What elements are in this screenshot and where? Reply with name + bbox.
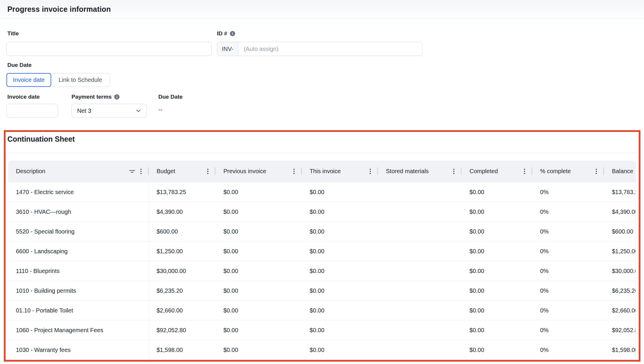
table-row: 1470 - Electric service$13,783.25$0.00$0… — [8, 182, 636, 202]
title-input[interactable] — [6, 42, 212, 56]
column-menu-kebab-icon[interactable] — [290, 167, 298, 176]
cell-percent-complete — [532, 360, 604, 364]
cell-completed: $0.00 — [462, 301, 532, 320]
cell-completed: $0.00 — [462, 182, 532, 202]
cell-this-invoice: $0.00 — [302, 241, 378, 261]
cell-balance: $30,000.00 — [604, 261, 636, 281]
cell-budget: $30,000.00 — [149, 261, 216, 281]
cell-percent-complete: 0% — [532, 241, 604, 261]
column-header-complete[interactable]: % complete — [532, 161, 604, 182]
cell-previous-invoice: $0.00 — [216, 202, 302, 221]
due-date-section-label: Due Date — [7, 62, 31, 68]
page-title: Progress invoice information — [7, 5, 111, 14]
payment-terms-select[interactable]: Net 3 — [72, 104, 147, 118]
cell-percent-complete: 0% — [532, 261, 604, 281]
table-right-edge — [635, 161, 636, 364]
cell-budget: $92,052.80 — [149, 320, 216, 340]
cell-completed: $0.00 — [462, 241, 532, 261]
cell-previous-invoice: $0.00 — [216, 182, 302, 202]
cell-description: 3610 - HVAC—rough — [8, 202, 149, 221]
cell-percent-complete: 0% — [532, 320, 604, 340]
column-header-label: Stored materials — [386, 168, 429, 175]
cell-budget: $13,783.25 — [149, 182, 216, 202]
column-menu-kebab-icon[interactable] — [592, 167, 601, 176]
cell-budget — [149, 360, 216, 364]
cell-this-invoice: $0.00 — [302, 202, 378, 221]
table-row — [8, 360, 636, 364]
column-header-completed[interactable]: Completed — [462, 161, 532, 182]
cell-stored-materials — [378, 222, 462, 241]
cell-balance: $4,390.00 — [604, 202, 636, 221]
cell-previous-invoice: $0.00 — [216, 320, 302, 340]
invoice-date-label: Invoice date — [7, 94, 40, 100]
cell-stored-materials — [378, 261, 462, 281]
table-row: 1110 - Blueprints$30,000.00$0.00$0.00$0.… — [8, 261, 636, 281]
id-label: ID # i — [217, 30, 235, 37]
column-menu-kebab-icon[interactable] — [137, 167, 145, 176]
column-menu-kebab-icon[interactable] — [449, 167, 458, 176]
cell-description: 6600 - Landscaping — [8, 241, 149, 261]
cell-budget: $2,660.00 — [149, 301, 216, 320]
column-header-label: This invoice — [310, 168, 341, 175]
cell-budget: $1,250.00 — [149, 241, 216, 261]
cell-percent-complete: 0% — [532, 222, 604, 241]
column-header-stored-materials[interactable]: Stored materials — [378, 161, 462, 182]
cell-stored-materials — [378, 320, 462, 340]
column-header-label: Previous invoice — [223, 168, 266, 175]
invoice-date-input[interactable] — [6, 104, 58, 118]
cell-stored-materials — [378, 281, 462, 300]
column-header-label: Balance — [612, 168, 633, 175]
table-body: 1470 - Electric service$13,783.25$0.00$0… — [8, 182, 636, 364]
column-header-balance[interactable]: Balance — [604, 161, 636, 182]
page-header: Progress invoice information — [0, 0, 644, 19]
cell-this-invoice: $0.00 — [302, 301, 378, 320]
filter-icon[interactable] — [128, 167, 137, 176]
column-header-description[interactable]: Description — [8, 161, 149, 182]
cell-percent-complete: 0% — [532, 340, 604, 360]
toggle-invoice-date[interactable]: Invoice date — [6, 73, 51, 87]
cell-previous-invoice: $0.00 — [216, 281, 302, 300]
column-menu-kebab-icon[interactable] — [203, 167, 212, 176]
id-prefix: INV- — [217, 42, 238, 56]
section-divider — [6, 153, 639, 153]
continuation-sheet-heading: Continuation Sheet — [7, 135, 75, 143]
cell-stored-materials — [378, 241, 462, 261]
id-label-text: ID # — [217, 30, 227, 37]
column-header-this-invoice[interactable]: This invoice — [302, 161, 378, 182]
column-menu-kebab-icon[interactable] — [520, 167, 529, 176]
cell-budget: $1,598.00 — [149, 340, 216, 360]
title-label-text: Title — [7, 30, 19, 37]
due-date-field-label: Due Date — [158, 94, 182, 100]
cell-completed: $0.00 — [462, 320, 532, 340]
cell-stored-materials — [378, 340, 462, 360]
invoice-date-label-text: Invoice date — [7, 94, 40, 100]
info-icon[interactable]: i — [114, 94, 119, 100]
cell-balance: $6,235.20 — [604, 281, 636, 300]
cell-description: 1010 - Building permits — [8, 281, 149, 300]
info-icon[interactable]: i — [230, 31, 235, 36]
payment-terms-label-text: Payment terms — [72, 94, 112, 100]
cell-stored-materials — [378, 301, 462, 320]
cell-completed — [462, 360, 532, 364]
table-row: 1030 - Warranty fees$1,598.00$0.00$0.00$… — [8, 340, 636, 360]
column-header-previous-invoice[interactable]: Previous invoice — [216, 161, 302, 182]
column-header-label: Budget — [157, 168, 175, 175]
cell-description: 1060 - Project Management Fees — [8, 320, 149, 340]
cell-description: 1470 - Electric service — [8, 182, 149, 202]
toggle-link-to-schedule[interactable]: Link to Schedule — [51, 73, 110, 87]
cell-percent-complete: 0% — [532, 182, 604, 202]
table-header-row: DescriptionBudgetPrevious invoiceThis in… — [8, 161, 636, 182]
column-header-budget[interactable]: Budget — [149, 161, 216, 182]
id-input[interactable] — [238, 42, 422, 56]
cell-this-invoice — [302, 360, 378, 364]
id-input-group: INV- — [217, 42, 422, 56]
payment-terms-value: Net 3 — [77, 107, 135, 114]
cell-balance: $92,052.80 — [604, 320, 636, 340]
cell-budget: $4,390.00 — [149, 202, 216, 221]
column-header-label: Completed — [469, 168, 498, 175]
column-menu-kebab-icon[interactable] — [366, 167, 375, 176]
cell-percent-complete: 0% — [532, 301, 604, 320]
cell-description: 1030 - Warranty fees — [8, 340, 149, 360]
due-date-value: -- — [158, 106, 162, 113]
cell-previous-invoice — [216, 360, 302, 364]
